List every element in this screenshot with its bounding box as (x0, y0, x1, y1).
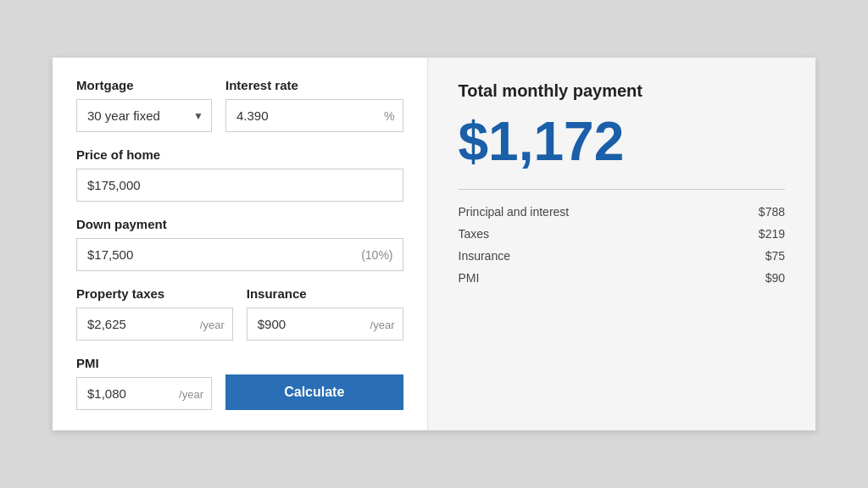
price-of-home-input[interactable] (76, 169, 403, 202)
mortgage-label: Mortgage (76, 78, 212, 92)
interest-rate-input-wrapper: % (225, 99, 403, 132)
divider (459, 189, 786, 190)
breakdown-table: Principal and interest$788Taxes$219Insur… (459, 205, 786, 285)
property-taxes-label: Property taxes (76, 286, 233, 301)
down-payment-label: Down payment (76, 217, 403, 231)
taxes-insurance-row: Property taxes /year Insurance /year (76, 286, 403, 341)
breakdown-label: Principal and interest (459, 205, 570, 219)
interest-rate-input[interactable] (225, 99, 403, 132)
insurance-input-wrapper: /year (247, 308, 403, 341)
pmi-input-wrapper: /year (76, 377, 212, 410)
mortgage-group: Mortgage 30 year fixed 15 year fixed 5/1… (76, 78, 212, 132)
insurance-group: Insurance /year (247, 286, 403, 341)
insurance-label: Insurance (247, 286, 403, 301)
breakdown-value: $788 (759, 205, 785, 219)
total-amount: $1,172 (459, 114, 786, 169)
price-of-home-label: Price of home (76, 147, 403, 162)
mortgage-select[interactable]: 30 year fixed 15 year fixed 5/1 ARM (76, 99, 212, 132)
right-panel: Total monthly payment $1,172 Principal a… (428, 58, 816, 430)
property-taxes-group: Property taxes /year (76, 286, 233, 341)
mortgage-interest-row: Mortgage 30 year fixed 15 year fixed 5/1… (76, 78, 403, 132)
total-monthly-label: Total monthly payment (459, 81, 786, 101)
breakdown-row: PMI$90 (459, 271, 786, 285)
pmi-label: PMI (76, 356, 212, 370)
down-payment-hint: (10%) (361, 248, 392, 262)
pmi-calculate-row: PMI /year Calculate (76, 356, 403, 410)
breakdown-row: Principal and interest$788 (459, 205, 786, 219)
breakdown-value: $219 (759, 227, 785, 241)
breakdown-row: Taxes$219 (459, 227, 786, 241)
breakdown-value: $90 (765, 271, 785, 285)
breakdown-row: Insurance$75 (459, 249, 786, 263)
breakdown-label: Taxes (459, 227, 490, 241)
down-payment-group: Down payment (10%) (76, 217, 403, 271)
pmi-group: PMI /year (76, 356, 212, 410)
breakdown-value: $75 (765, 249, 785, 263)
calculator-wrapper: Mortgage 30 year fixed 15 year fixed 5/1… (53, 58, 815, 430)
price-of-home-group: Price of home (76, 147, 403, 202)
interest-rate-label: Interest rate (225, 78, 403, 92)
percent-symbol: % (384, 109, 394, 123)
pmi-unit: /year (179, 387, 203, 400)
property-taxes-unit: /year (200, 318, 225, 330)
property-taxes-input-wrapper: /year (76, 308, 233, 341)
down-payment-wrapper: (10%) (76, 238, 403, 271)
down-payment-input[interactable] (76, 238, 403, 271)
breakdown-label: Insurance (459, 249, 510, 263)
breakdown-label: PMI (459, 271, 480, 285)
left-panel: Mortgage 30 year fixed 15 year fixed 5/1… (53, 58, 428, 430)
insurance-unit: /year (370, 318, 395, 330)
calculate-button[interactable]: Calculate (225, 374, 403, 410)
interest-rate-group: Interest rate % (225, 78, 403, 132)
mortgage-select-wrapper: 30 year fixed 15 year fixed 5/1 ARM ▼ (76, 99, 212, 132)
